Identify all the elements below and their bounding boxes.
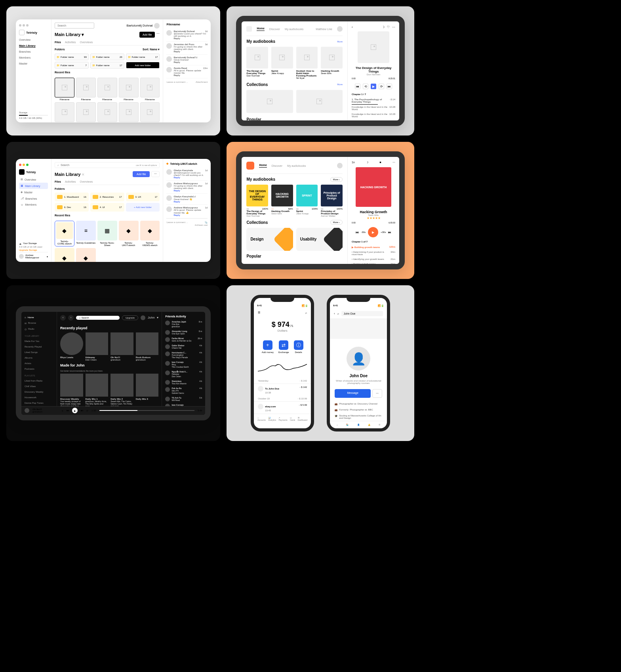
music-card[interactable]: Rock Bottomgrandson: [136, 332, 159, 361]
attachment-link[interactable]: Attachment: [196, 81, 208, 83]
nav-master[interactable]: Master: [19, 61, 48, 67]
file-item[interactable]: Filename: [55, 78, 74, 101]
playlist-item[interactable]: Liked from Radio: [25, 378, 53, 383]
file-item[interactable]: Filename: [97, 78, 117, 101]
friend-item[interactable]: Amachea JajahOne Eyegrandson8 m: [165, 319, 202, 329]
search-input[interactable]: [55, 23, 94, 29]
back-icon[interactable]: ‹: [334, 312, 335, 315]
tabs[interactable]: Files Activities Overviews: [55, 180, 160, 185]
more-button[interactable]: More ›: [330, 177, 343, 182]
nav-discover[interactable]: Discover: [269, 28, 280, 31]
play-button[interactable]: ▶: [371, 84, 376, 89]
more-link[interactable]: More: [337, 40, 343, 43]
reply-link[interactable]: Reply: [173, 200, 180, 203]
chapter-item[interactable]: Knowledge in the Head and in the World10…: [352, 105, 395, 112]
nav-overview[interactable]: Overview: [19, 37, 48, 43]
back-button[interactable]: ‹: [60, 315, 66, 321]
back-icon[interactable]: ‹: [352, 25, 353, 29]
folder[interactable]: 📁 Folder name17: [90, 62, 124, 69]
prev-button[interactable]: ⏮: [356, 231, 359, 234]
folder[interactable]: 6. Dev16: [55, 203, 89, 212]
rewind-button[interactable]: -30s: [361, 231, 366, 233]
file-item[interactable]: Filename: [76, 102, 96, 122]
nav-lib-item[interactable]: Albums: [25, 355, 53, 360]
collection-card[interactable]: [296, 90, 343, 113]
collection-card[interactable]: Design: [246, 228, 293, 251]
moon-icon[interactable]: ☽: [366, 161, 368, 164]
search-input[interactable]: [341, 311, 383, 316]
tab-accounts[interactable]: ⌂Accounts: [257, 416, 266, 421]
collection-card[interactable]: [246, 90, 293, 113]
next-icon[interactable]: ⏭: [81, 409, 83, 412]
file-item[interactable]: ◆EXP-Canvas.sketch: [55, 248, 74, 262]
chapter-item[interactable]: ▶ Building growth teams122m: [352, 244, 395, 250]
music-card[interactable]: Oh No!!!grandson: [110, 332, 133, 361]
friend-item[interactable]: Pok Ae-RaDieu PriGabriel Garzo4 h: [165, 386, 202, 395]
file-item[interactable]: ◆Tetrisly-VIEWS.sketch: [140, 221, 160, 246]
folder[interactable]: 3. UX17: [126, 193, 160, 201]
nav-lib-item[interactable]: Liked Songs: [25, 350, 53, 355]
upgrade-button[interactable]: Upgrade: [122, 315, 138, 320]
tab-analytics[interactable]: 📊Analytics: [268, 416, 276, 421]
book-card[interactable]: Hacking GrowthSean Ellis: [321, 47, 343, 79]
upgrade-link[interactable]: Upgrade Storage: [19, 248, 48, 252]
friend-item[interactable]: Ivan CornejoRingThis Crooked Earth4 h: [165, 360, 202, 369]
folder[interactable]: 📁 Folder name23: [90, 53, 124, 60]
file-item[interactable]: ◆Tetrisly-UIKIT.sketch: [119, 221, 139, 246]
book-card[interactable]: Hooked: How to Build Habit-Forming Produ…: [296, 47, 318, 79]
reply-link[interactable]: Reply: [173, 50, 180, 53]
file-item[interactable]: Filename: [140, 78, 160, 101]
file-item[interactable]: ◆Tetrisly-CORE.sketch: [55, 221, 74, 246]
transaction-row[interactable]: ebay.com13:45- $ 5.99: [254, 401, 311, 414]
leave-comment[interactable]: Leave a comment ...: [166, 221, 188, 224]
file-item[interactable]: Filename: [140, 102, 160, 122]
add-file-button[interactable]: Add file: [133, 171, 150, 177]
more-icon[interactable]: ⋯: [392, 161, 395, 164]
reply-link[interactable]: Reply: [173, 37, 180, 40]
bookmark-icon[interactable]: ■: [379, 161, 381, 164]
book-card[interactable]: SprintJake Knapp: [271, 47, 293, 79]
tab-home[interactable]: ⌂: [337, 424, 338, 426]
next-button[interactable]: ⏭: [387, 84, 392, 89]
chapter-item[interactable]: • Determining if your product is must-ha…: [352, 250, 395, 257]
more-button[interactable]: ⋯: [372, 389, 382, 398]
chapter-item[interactable]: 1. The Psychopathology of Everyday Thing…: [352, 97, 395, 104]
tab-notifications[interactable]: 🔔: [368, 424, 370, 426]
reply-link[interactable]: Reply: [173, 214, 180, 216]
transaction-row[interactable]: To John Doe10:38- $ 142: [254, 384, 311, 396]
rewind-button[interactable]: ⟲: [363, 84, 368, 89]
music-card[interactable]: Rhys Lewis: [60, 332, 83, 361]
search-icon[interactable]: ⌕: [305, 311, 307, 314]
window-controls[interactable]: [19, 162, 48, 168]
mix-card[interactable]: Daily Mix 2Sweet Alibi, The Cairns, Sabi…: [110, 374, 133, 410]
avatar[interactable]: [141, 315, 145, 320]
chapter-item[interactable]: • Identifying your growth levers21m: [352, 257, 395, 262]
book-card[interactable]: THE DESIGN OF EVERYDAY THINGS—100%The De…: [246, 185, 268, 217]
nav-lib-item[interactable]: Made For You: [25, 339, 53, 344]
search-input[interactable]: ⌕ Search: [76, 316, 120, 320]
user-menu[interactable]: Andrew Mialszygrosz ▾: [19, 252, 48, 259]
tab-payments[interactable]: ↗Payments: [278, 416, 287, 421]
folder[interactable]: 4. UI17: [90, 203, 124, 212]
more-link[interactable]: More: [337, 83, 343, 86]
file-item[interactable]: Filename: [119, 102, 139, 122]
playlist-item[interactable]: Discovery Weekly: [25, 389, 53, 394]
nav-lib-item[interactable]: Podcasts: [25, 367, 53, 371]
file-item[interactable]: ≡Tetrisly-Guidelines: [76, 221, 96, 246]
chapter-item[interactable]: • Testing at high tempo21m: [352, 262, 395, 266]
more-icon[interactable]: ⋯: [392, 25, 395, 29]
book-card[interactable]: Principles of Product Design—100%Princip…: [321, 185, 343, 217]
book-card[interactable]: SPRINT—100%SprintJake Knapp: [296, 185, 318, 217]
shuffle-icon[interactable]: ⤨: [61, 409, 63, 412]
friend-item[interactable]: Fariba MirzaiGare du Rambin to Do26 m: [165, 336, 202, 343]
nav-discover[interactable]: Discover: [272, 164, 282, 167]
play-icon[interactable]: ▶: [72, 408, 78, 413]
friend-item[interactable]: TS Anh TuMili Reed5 h: [165, 395, 202, 403]
forward-button[interactable]: +30s: [381, 231, 386, 233]
progress-bar[interactable]: [99, 410, 194, 411]
add-folder-button[interactable]: + Add new folder: [126, 203, 160, 212]
playlist-item[interactable]: Chill Vibes: [25, 384, 53, 389]
sort-dropdown[interactable]: Sort: Name ▾: [143, 46, 160, 53]
nav-lib-item[interactable]: Recently Played: [25, 344, 53, 349]
tab-menu[interactable]: ☰: [379, 424, 380, 426]
